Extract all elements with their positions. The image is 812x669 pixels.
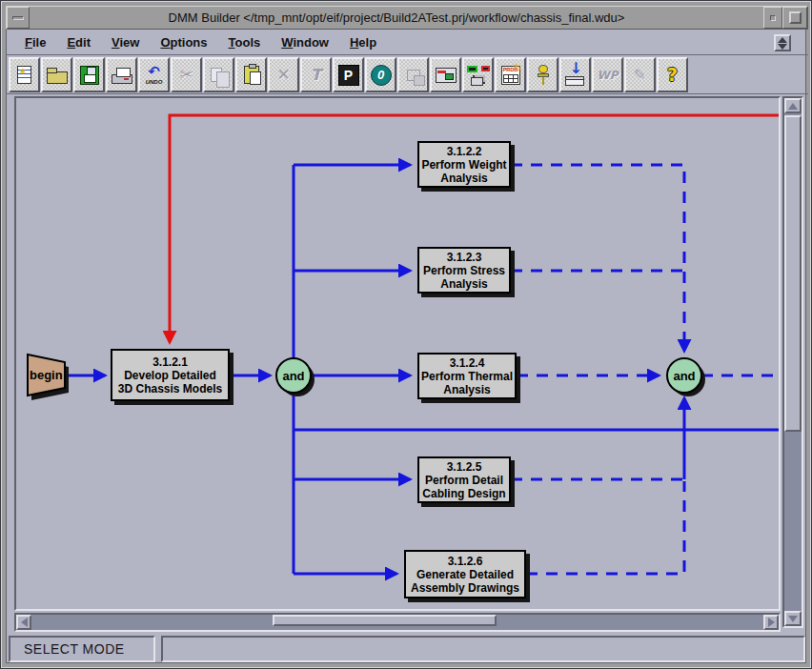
task-name-line1: Perform Detail (425, 474, 503, 487)
title-bar[interactable]: DMM Builder </tmp_mnt/opt/eif/project/Bu… (6, 6, 808, 30)
task-name-line2: Analysis (443, 383, 490, 396)
task-node-3121[interactable]: 3.1.2.1 Develop Detailed 3D Chassis Mode… (111, 349, 230, 401)
task-name-line1: Develop Detailed (124, 369, 216, 382)
flow-editor-icon (436, 68, 457, 83)
link-3122-to-and2[interactable] (511, 165, 684, 351)
new-file-button[interactable]: ✶ (9, 57, 40, 92)
and-join-right[interactable]: and (667, 358, 705, 396)
horizontal-scrollbar-thumb[interactable] (273, 615, 497, 626)
open-file-button[interactable] (41, 57, 72, 92)
undo-button[interactable]: ↶ UNDO (138, 57, 170, 92)
task-id: 3.1.2.6 (448, 555, 483, 568)
task-id: 3.1.2.4 (450, 356, 485, 370)
task-id: 3.1.2.5 (447, 460, 482, 474)
printer-icon (112, 74, 132, 84)
layer-manager-button[interactable] (462, 57, 494, 92)
menubar-spinner[interactable] (774, 34, 791, 51)
and-join-left[interactable]: and (276, 358, 315, 396)
task-name-line2: Analysis (440, 172, 487, 185)
import-button[interactable]: ↓ (559, 57, 591, 92)
clipboard-icon (244, 66, 259, 84)
new-document-icon: ✶ (17, 66, 31, 84)
window-menu-icon (12, 16, 24, 20)
task-node-3125[interactable]: 3.1.2.5 Perform Detail Cabling Design (417, 456, 511, 503)
task-node-3122[interactable]: 3.1.2.2 Perform Weight Analysis (417, 141, 511, 188)
annotate-button: ✎ (624, 57, 656, 92)
help-button[interactable]: ? (657, 57, 688, 92)
route-icon (407, 70, 420, 81)
scroll-down-button[interactable] (784, 611, 802, 626)
menu-options[interactable]: Options (151, 32, 216, 52)
scroll-down-icon (788, 616, 798, 622)
minimize-icon (770, 15, 776, 21)
workflow-canvas[interactable]: begin and and 3.1.2.1 Develop Detailed 3… (14, 96, 781, 611)
paste-button[interactable] (235, 57, 267, 92)
window-title: DMM Builder </tmp_mnt/opt/eif/project/Bu… (30, 10, 763, 25)
delete-button: ✕ (268, 57, 299, 92)
menu-edit[interactable]: Edit (57, 32, 100, 52)
task-name-line1: Generate Detailed (416, 568, 514, 581)
p-tool-button[interactable]: P (333, 57, 364, 92)
copy-pages-icon (211, 68, 222, 82)
horizontal-scrollbar[interactable] (14, 613, 781, 632)
x-icon: ✕ (276, 67, 290, 83)
scroll-left-button[interactable] (16, 615, 31, 630)
prdb-editor-button[interactable]: PRDB✎ (495, 57, 526, 92)
scroll-up-button[interactable] (784, 98, 802, 113)
message-status-panel (161, 636, 805, 662)
minimize-button[interactable] (763, 7, 782, 29)
copy-button (203, 57, 234, 92)
menu-tools[interactable]: Tools (219, 32, 271, 52)
scroll-right-button[interactable] (763, 615, 779, 630)
menu-file[interactable]: File (15, 32, 55, 52)
p-icon: P (338, 65, 359, 86)
and-right-label: and (673, 369, 695, 383)
task-node-3124[interactable]: 3.1.2.4 Perform Thermal Analysis (417, 353, 517, 399)
scissors-icon: ✂ (179, 67, 193, 83)
task-node-3123[interactable]: 3.1.2.3 Perform Stress Analysis (417, 247, 511, 294)
mode-status-text: SELECT MODE (24, 641, 125, 657)
maximize-icon (789, 11, 802, 24)
menu-help[interactable]: Help (340, 32, 386, 52)
scroll-left-icon (21, 618, 28, 627)
task-id: 3.1.2.1 (152, 355, 188, 369)
scroll-right-icon (768, 618, 775, 627)
begin-node[interactable]: begin (28, 355, 69, 400)
vertical-scrollbar[interactable] (782, 96, 803, 628)
zero-icon: 0 (371, 65, 392, 86)
menu-window[interactable]: Window (272, 32, 338, 52)
toolbar: ✶ ↶ UNDO ✂ ✕ T P 0 PRDB✎ ↓ WP ✎ ? (6, 56, 808, 94)
save-file-button[interactable] (73, 57, 105, 92)
help-question-icon: ? (667, 66, 678, 84)
zero-tool-button[interactable]: 0 (365, 57, 396, 92)
wp-icon: WP (597, 70, 618, 81)
task-id: 3.1.2.2 (447, 145, 482, 158)
print-button[interactable] (106, 57, 137, 92)
task-name-line1: Perform Thermal (421, 370, 513, 383)
vertical-scrollbar-thumb[interactable] (784, 115, 802, 432)
task-id: 3.1.2.3 (447, 251, 482, 264)
wp-tool-button: WP (592, 57, 623, 92)
route-tool-button (397, 57, 429, 92)
transform-button: T (300, 57, 332, 92)
task-node-3126[interactable]: 3.1.2.6 Generate Detailed Assembly Drawi… (404, 550, 526, 598)
pin-button[interactable] (527, 57, 558, 92)
flow-editor-button[interactable] (430, 57, 461, 92)
annotate-pen-icon: ✎ (634, 68, 646, 83)
begin-label: begin (30, 368, 63, 382)
task-name-line1: Perform Stress (423, 264, 505, 277)
scroll-up-icon (788, 103, 798, 110)
transform-icon: T (311, 68, 321, 83)
link-3126-to-and2[interactable] (526, 481, 684, 574)
layers-icon (467, 65, 490, 86)
window-menu-button[interactable] (7, 7, 30, 29)
import-arrow-icon: ↓ (564, 64, 587, 87)
menu-bar: File Edit View Options Tools Window Help (6, 30, 808, 55)
and-left-label: and (282, 369, 304, 383)
open-folder-icon (47, 71, 68, 84)
app-window: DMM Builder </tmp_mnt/opt/eif/project/Bu… (0, 0, 812, 669)
menu-view[interactable]: View (102, 32, 149, 52)
task-name-line2: 3D Chassis Models (118, 382, 222, 395)
maximize-button[interactable] (782, 7, 807, 29)
cut-button: ✂ (171, 57, 202, 92)
